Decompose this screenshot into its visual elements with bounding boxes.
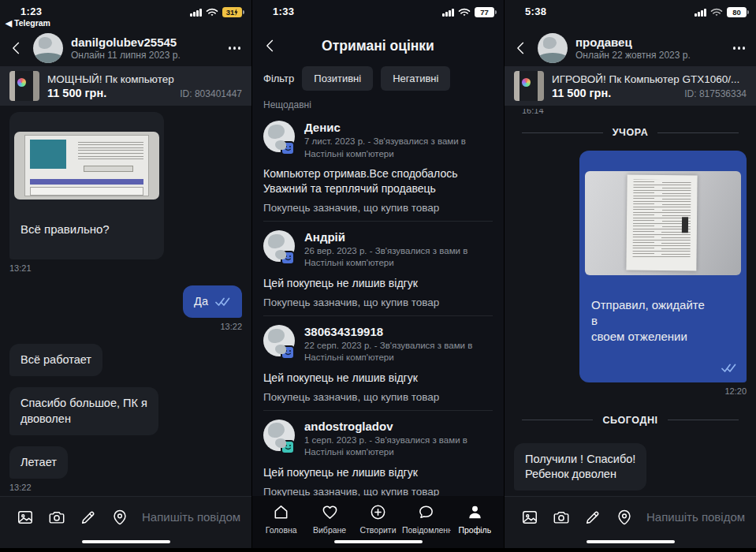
message-time: 13:21	[9, 263, 242, 273]
listing-info: ИГРОВОЙ! Пк Компьютер GTX1060/... 11 500…	[552, 73, 747, 99]
bezel	[252, 548, 504, 552]
sent-message: Да	[183, 285, 242, 318]
more-options-button[interactable]	[229, 43, 240, 52]
last-seen-status: Онлайн 22 жовтня 2023 р.	[575, 50, 691, 61]
clock: 1:33	[273, 6, 294, 17]
review-note: Покупець зазначив, що купив товар	[263, 486, 493, 496]
contact-info: danilgolubev25545 Онлайн 11 липня 2023 р…	[71, 35, 181, 61]
listing-banner[interactable]: МОЩНЫЙ! Пк компьютер 11 500 грн. ID: 803…	[0, 66, 251, 106]
home-icon	[272, 503, 290, 521]
plus-circle-icon	[369, 503, 387, 521]
reviewer-avatar	[263, 325, 295, 356]
filter-bar: Фільтр Позитивні Негативні	[252, 62, 504, 95]
listing-info: МОЩНЫЙ! Пк компьютер 11 500 грн. ID: 803…	[47, 73, 242, 99]
avatar[interactable]	[33, 33, 63, 63]
clock: 5:38	[525, 6, 546, 17]
positive-rating-badge-icon	[281, 251, 295, 265]
more-options-button[interactable]	[733, 43, 745, 52]
image-icon	[17, 509, 34, 526]
filter-negative-button[interactable]: Негативні	[381, 66, 450, 91]
review-text: Цей покупець не лишив відгук	[263, 465, 493, 480]
location-pin-icon	[616, 509, 633, 526]
message-input[interactable]	[142, 510, 240, 524]
status-icons: 31	[190, 7, 242, 17]
message-text: Отправил, ожидайте в своем отжелении	[585, 290, 741, 346]
review-item: 380634319918 22 серп. 2023 р. - Зв'язува…	[263, 316, 493, 411]
filter-positive-button[interactable]: Позитивні	[302, 66, 373, 91]
read-receipt-icon	[721, 364, 737, 373]
avatar[interactable]	[538, 33, 568, 63]
location-button[interactable]	[615, 508, 634, 527]
contact-info: продавец Онлайн 22 жовтня 2023 р.	[575, 35, 691, 61]
home-indicator	[82, 540, 170, 544]
reviewer-name: Андрій	[304, 230, 493, 244]
filter-button[interactable]: Фільтр	[263, 73, 294, 84]
home-indicator	[334, 540, 423, 544]
cellular-signal-icon	[695, 9, 706, 17]
nav-home[interactable]: Головна	[257, 503, 305, 535]
review-note: Покупець зазначив, що купив товар	[263, 391, 493, 403]
location-button[interactable]	[110, 508, 129, 527]
back-to-telegram-link[interactable]: ◀ Telegram	[6, 18, 50, 28]
chevron-left-icon	[9, 40, 24, 56]
review-item: Андрій 26 вер. 2023 р. - Зв'язувалися з …	[263, 222, 493, 316]
message-input[interactable]	[646, 510, 745, 524]
charging-bolt-icon	[234, 9, 238, 16]
cellular-signal-icon	[190, 9, 202, 17]
gallery-button[interactable]	[520, 508, 539, 527]
camera-icon	[553, 509, 570, 526]
received-message: Спасибо большое, ПК я двоволен	[9, 387, 158, 435]
chevron-left-icon	[263, 38, 278, 54]
attach-button[interactable]	[79, 508, 98, 527]
reviewer-avatar	[263, 121, 295, 152]
contact-name: продавец	[575, 35, 691, 49]
bezel	[0, 548, 251, 552]
listing-thumbnail	[514, 71, 544, 101]
gallery-button[interactable]	[16, 508, 35, 527]
message-time: 12:20	[514, 386, 747, 396]
camera-button[interactable]	[47, 508, 66, 527]
back-button[interactable]	[262, 37, 279, 54]
attached-photo-receipt[interactable]	[585, 171, 741, 275]
camera-button[interactable]	[552, 508, 571, 527]
back-button[interactable]	[8, 39, 25, 57]
positive-rating-badge-icon	[281, 440, 295, 454]
wifi-icon	[458, 8, 471, 17]
page-title: Отримані оцінки	[252, 38, 504, 54]
review-meta: 22 серп. 2023 р. - Зв'язувалися з вами в…	[304, 340, 493, 364]
review-meta: 1 серп. 2023 р. - Зв'язувалися з вами в …	[304, 435, 493, 459]
received-message: Всё работает	[9, 344, 102, 376]
message-text: Всё правильно?	[14, 214, 159, 240]
received-photo-message: Всё правильно?	[9, 112, 164, 259]
listing-banner[interactable]: ИГРОВОЙ! Пк Компьютер GTX1060/... 11 500…	[505, 66, 756, 106]
cellular-signal-icon	[442, 9, 454, 17]
last-seen-status: Онлайн 11 липня 2023 р.	[71, 50, 181, 61]
message-text: Да	[194, 294, 208, 309]
nav-favorites[interactable]: Вибране	[305, 503, 353, 535]
back-button[interactable]	[512, 39, 530, 57]
review-item: Денис 7 лист. 2023 р. - Зв'язувалися з в…	[263, 112, 493, 222]
bezel	[505, 548, 756, 552]
listing-id: ID: 803401447	[180, 88, 242, 99]
positive-rating-badge-icon	[281, 345, 295, 360]
message-text: Спасибо большое, ПК я двоволен	[20, 397, 147, 424]
contact-name: danilgolubev25545	[71, 35, 181, 49]
day-divider-yesterday: УЧОРА	[522, 127, 739, 138]
positive-rating-badge-icon	[281, 141, 295, 155]
review-text: Цей покупець не лишив відгук	[263, 276, 493, 291]
pencil-icon	[80, 509, 97, 526]
attached-photo-monitor[interactable]	[14, 132, 159, 200]
person-icon	[466, 503, 484, 521]
nav-profile[interactable]: Профіль	[451, 503, 499, 535]
battery-indicator: 77	[475, 7, 494, 17]
chat-screen-left: 1:23 ◀ Telegram 31 danilgolubev25545 Онл…	[0, 0, 251, 552]
attach-button[interactable]	[583, 508, 602, 527]
review-meta: 26 вер. 2023 р. - Зв'язувалися з вами в …	[304, 245, 493, 270]
review-text: Компьютер отримав.Все сподобалось Уважни…	[263, 166, 493, 196]
nav-create[interactable]: Створити	[354, 503, 402, 535]
heart-icon	[321, 503, 339, 521]
status-icons: 80	[695, 7, 747, 17]
reviewer-name: andostrogladov	[304, 420, 493, 433]
pencil-icon	[584, 509, 601, 526]
nav-messages[interactable]: Повідомлення	[402, 503, 450, 535]
